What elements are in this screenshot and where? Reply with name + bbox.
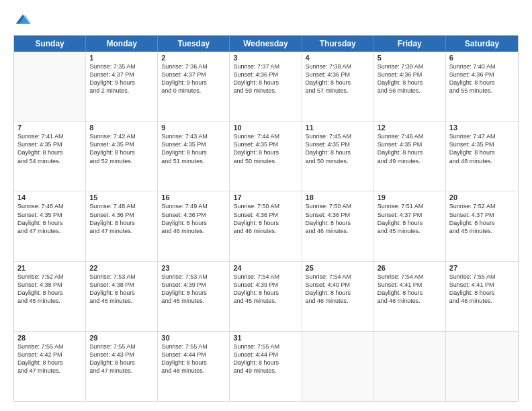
day-number: 31: [233, 334, 298, 342]
calendar-body: 1Sunrise: 7:35 AM Sunset: 4:37 PM Daylig…: [14, 52, 518, 401]
day-info: Sunrise: 7:41 AM Sunset: 4:35 PM Dayligh…: [17, 132, 82, 165]
day-number: 30: [161, 334, 226, 342]
header-day-tuesday: Tuesday: [158, 36, 230, 52]
day-cell-21: 21Sunrise: 7:52 AM Sunset: 4:38 PM Dayli…: [14, 262, 86, 331]
day-cell-7: 7Sunrise: 7:41 AM Sunset: 4:35 PM Daylig…: [14, 122, 86, 191]
day-cell-11: 11Sunrise: 7:45 AM Sunset: 4:35 PM Dayli…: [302, 122, 374, 191]
day-number: 26: [378, 264, 442, 272]
day-cell-16: 16Sunrise: 7:49 AM Sunset: 4:36 PM Dayli…: [158, 191, 230, 261]
day-number: 12: [378, 124, 442, 132]
day-number: 21: [17, 264, 82, 272]
day-cell-18: 18Sunrise: 7:50 AM Sunset: 4:36 PM Dayli…: [302, 191, 374, 261]
day-info: Sunrise: 7:36 AM Sunset: 4:37 PM Dayligh…: [161, 62, 226, 95]
day-number: 17: [233, 193, 298, 201]
day-info: Sunrise: 7:45 AM Sunset: 4:35 PM Dayligh…: [306, 132, 370, 165]
day-info: Sunrise: 7:50 AM Sunset: 4:36 PM Dayligh…: [306, 202, 370, 235]
day-number: 11: [306, 124, 370, 132]
day-cell-31: 31Sunrise: 7:55 AM Sunset: 4:44 PM Dayli…: [230, 332, 302, 401]
day-info: Sunrise: 7:52 AM Sunset: 4:38 PM Dayligh…: [17, 273, 82, 306]
header: [13, 12, 519, 31]
day-info: Sunrise: 7:52 AM Sunset: 4:37 PM Dayligh…: [449, 202, 515, 235]
day-cell-13: 13Sunrise: 7:47 AM Sunset: 4:35 PM Dayli…: [446, 122, 518, 191]
day-number: 25: [306, 264, 370, 272]
day-cell-6: 6Sunrise: 7:40 AM Sunset: 4:36 PM Daylig…: [446, 52, 518, 121]
header-day-wednesday: Wednesday: [230, 36, 302, 52]
day-info: Sunrise: 7:35 AM Sunset: 4:37 PM Dayligh…: [89, 62, 154, 95]
day-number: 28: [17, 334, 82, 342]
day-number: 27: [449, 264, 515, 272]
day-cell-3: 3Sunrise: 7:37 AM Sunset: 4:36 PM Daylig…: [230, 52, 302, 121]
day-number: 15: [89, 193, 154, 201]
day-number: 13: [449, 124, 515, 132]
day-cell-27: 27Sunrise: 7:55 AM Sunset: 4:41 PM Dayli…: [446, 262, 518, 331]
calendar-header: SundayMondayTuesdayWednesdayThursdayFrid…: [14, 36, 518, 52]
empty-cell: [302, 332, 374, 401]
day-info: Sunrise: 7:44 AM Sunset: 4:35 PM Dayligh…: [233, 132, 298, 165]
day-cell-29: 29Sunrise: 7:55 AM Sunset: 4:43 PM Dayli…: [86, 332, 158, 401]
day-info: Sunrise: 7:48 AM Sunset: 4:35 PM Dayligh…: [17, 202, 82, 235]
day-info: Sunrise: 7:49 AM Sunset: 4:36 PM Dayligh…: [161, 202, 226, 235]
day-cell-9: 9Sunrise: 7:43 AM Sunset: 4:35 PM Daylig…: [158, 122, 230, 191]
day-number: 2: [161, 54, 226, 62]
day-number: 16: [161, 193, 226, 201]
day-cell-12: 12Sunrise: 7:46 AM Sunset: 4:35 PM Dayli…: [374, 122, 446, 191]
day-number: 20: [449, 193, 515, 201]
day-number: 7: [17, 124, 82, 132]
calendar: SundayMondayTuesdayWednesdayThursdayFrid…: [13, 35, 519, 402]
day-info: Sunrise: 7:53 AM Sunset: 4:38 PM Dayligh…: [89, 273, 154, 306]
day-cell-24: 24Sunrise: 7:54 AM Sunset: 4:39 PM Dayli…: [230, 262, 302, 331]
day-cell-17: 17Sunrise: 7:50 AM Sunset: 4:36 PM Dayli…: [230, 191, 302, 261]
day-number: 8: [89, 124, 154, 132]
logo-icon: [13, 12, 32, 31]
calendar-row-4: 21Sunrise: 7:52 AM Sunset: 4:38 PM Dayli…: [14, 262, 518, 332]
header-day-sunday: Sunday: [14, 36, 86, 52]
day-info: Sunrise: 7:55 AM Sunset: 4:44 PM Dayligh…: [233, 342, 298, 375]
day-number: 4: [306, 54, 370, 62]
day-number: 24: [233, 264, 298, 272]
day-cell-28: 28Sunrise: 7:55 AM Sunset: 4:42 PM Dayli…: [14, 332, 86, 401]
day-info: Sunrise: 7:54 AM Sunset: 4:40 PM Dayligh…: [306, 273, 370, 306]
calendar-row-2: 7Sunrise: 7:41 AM Sunset: 4:35 PM Daylig…: [14, 122, 518, 191]
calendar-row-5: 28Sunrise: 7:55 AM Sunset: 4:42 PM Dayli…: [14, 332, 518, 401]
logo: [13, 12, 35, 31]
day-cell-20: 20Sunrise: 7:52 AM Sunset: 4:37 PM Dayli…: [446, 191, 518, 261]
day-cell-26: 26Sunrise: 7:54 AM Sunset: 4:41 PM Dayli…: [374, 262, 446, 331]
day-cell-1: 1Sunrise: 7:35 AM Sunset: 4:37 PM Daylig…: [86, 52, 158, 121]
day-number: 6: [449, 54, 515, 62]
day-cell-10: 10Sunrise: 7:44 AM Sunset: 4:35 PM Dayli…: [230, 122, 302, 191]
day-info: Sunrise: 7:55 AM Sunset: 4:44 PM Dayligh…: [161, 342, 226, 375]
day-info: Sunrise: 7:46 AM Sunset: 4:35 PM Dayligh…: [378, 132, 442, 165]
day-number: 3: [233, 54, 298, 62]
day-cell-15: 15Sunrise: 7:48 AM Sunset: 4:36 PM Dayli…: [86, 191, 158, 261]
day-number: 23: [161, 264, 226, 272]
day-cell-23: 23Sunrise: 7:53 AM Sunset: 4:39 PM Dayli…: [158, 262, 230, 331]
day-cell-30: 30Sunrise: 7:55 AM Sunset: 4:44 PM Dayli…: [158, 332, 230, 401]
day-info: Sunrise: 7:55 AM Sunset: 4:43 PM Dayligh…: [89, 342, 154, 375]
day-info: Sunrise: 7:43 AM Sunset: 4:35 PM Dayligh…: [161, 132, 226, 165]
day-info: Sunrise: 7:53 AM Sunset: 4:39 PM Dayligh…: [161, 273, 226, 306]
day-info: Sunrise: 7:54 AM Sunset: 4:39 PM Dayligh…: [233, 273, 298, 306]
day-cell-4: 4Sunrise: 7:38 AM Sunset: 4:36 PM Daylig…: [302, 52, 374, 121]
header-day-friday: Friday: [374, 36, 446, 52]
day-number: 9: [161, 124, 226, 132]
day-info: Sunrise: 7:38 AM Sunset: 4:36 PM Dayligh…: [306, 62, 370, 95]
day-number: 18: [306, 193, 370, 201]
day-cell-19: 19Sunrise: 7:51 AM Sunset: 4:37 PM Dayli…: [374, 191, 446, 261]
day-info: Sunrise: 7:55 AM Sunset: 4:42 PM Dayligh…: [17, 342, 82, 375]
empty-cell: [446, 332, 518, 401]
day-info: Sunrise: 7:54 AM Sunset: 4:41 PM Dayligh…: [378, 273, 442, 306]
day-number: 19: [378, 193, 442, 201]
day-info: Sunrise: 7:42 AM Sunset: 4:35 PM Dayligh…: [89, 132, 154, 165]
day-cell-5: 5Sunrise: 7:39 AM Sunset: 4:36 PM Daylig…: [374, 52, 446, 121]
day-cell-2: 2Sunrise: 7:36 AM Sunset: 4:37 PM Daylig…: [158, 52, 230, 121]
empty-cell: [374, 332, 446, 401]
day-info: Sunrise: 7:55 AM Sunset: 4:41 PM Dayligh…: [449, 273, 515, 306]
page: SundayMondayTuesdayWednesdayThursdayFrid…: [0, 0, 532, 411]
calendar-row-3: 14Sunrise: 7:48 AM Sunset: 4:35 PM Dayli…: [14, 191, 518, 261]
header-day-thursday: Thursday: [302, 36, 374, 52]
day-info: Sunrise: 7:51 AM Sunset: 4:37 PM Dayligh…: [378, 202, 442, 235]
day-number: 22: [89, 264, 154, 272]
empty-cell: [14, 52, 86, 121]
day-number: 5: [378, 54, 442, 62]
day-number: 29: [89, 334, 154, 342]
